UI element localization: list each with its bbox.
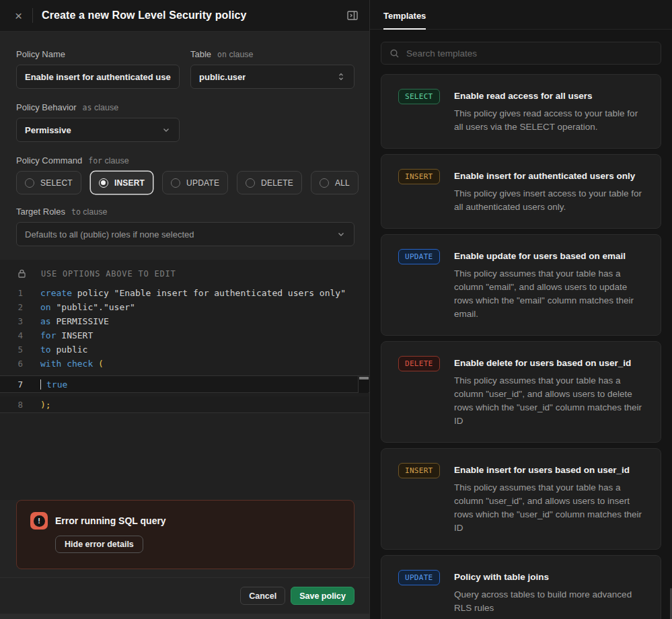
code-line: 1create policy "Enable insert for authen… — [0, 286, 369, 300]
template-card-update-email[interactable]: UPDATE Enable update for users based on … — [381, 234, 661, 336]
policy-name-input[interactable] — [16, 65, 180, 89]
panel-spacer — [0, 413, 369, 500]
header-divider — [32, 8, 33, 23]
error-alert: ! Error running SQL query Hide error det… — [16, 500, 354, 569]
template-description: Query across tables to build more advanc… — [454, 588, 647, 615]
template-card-insert-user-id[interactable]: INSERT Enable insert for users based on … — [381, 448, 661, 550]
template-title: Enable delete for users based on user_id — [454, 356, 647, 368]
template-title: Policy with table joins — [454, 570, 647, 582]
text-cursor — [40, 379, 41, 390]
target-roles-select[interactable]: Defaults to all (public) roles if none s… — [16, 222, 354, 246]
radio-insert[interactable]: INSERT — [90, 171, 153, 194]
template-card-insert-authenticated[interactable]: INSERT Enable insert for authenticated u… — [381, 154, 661, 229]
search-templates-input[interactable] — [406, 48, 652, 59]
close-icon[interactable]: × — [11, 8, 26, 24]
code-line: 2on "public"."user" — [0, 300, 369, 314]
chevron-down-icon — [161, 125, 171, 135]
radio-select[interactable]: SELECT — [16, 171, 81, 194]
code-line: 4for INSERT — [0, 328, 369, 342]
template-card-delete-user-id[interactable]: DELETE Enable delete for users based on … — [381, 341, 661, 443]
chevron-down-icon — [336, 229, 346, 239]
tab-templates[interactable]: Templates — [383, 11, 426, 29]
delete-badge: DELETE — [398, 356, 440, 371]
update-badge: UPDATE — [398, 249, 440, 264]
editable-check-expression[interactable]: 7 true — [0, 375, 369, 393]
radio-delete[interactable]: DELETE — [237, 171, 302, 194]
dialog-footer: Cancel Save policy — [0, 577, 369, 614]
template-title: Enable update for users based on email — [454, 249, 647, 261]
templates-panel: Templates SELECT Enable read access for … — [370, 0, 672, 619]
radio-circle-icon — [320, 178, 329, 188]
code-line: 8 ); — [0, 396, 369, 413]
policy-name-label: Policy Name — [16, 49, 65, 59]
templates-tabbar: Templates — [370, 0, 672, 30]
editor-scrollbar[interactable] — [358, 376, 369, 393]
collapse-panel-icon[interactable] — [346, 9, 359, 22]
template-title: Enable read access for all users — [454, 89, 647, 101]
template-search[interactable] — [381, 42, 661, 65]
template-description: This policy assumes that your table has … — [454, 267, 647, 321]
policy-form: Policy Name Table on clause public.user — [0, 32, 369, 260]
template-description: This policy gives read access to your ta… — [454, 107, 647, 134]
policy-editor-panel: × Create a new Row Level Security policy… — [0, 0, 370, 619]
behavior-clause-hint: as clause — [83, 103, 118, 112]
error-title: Error running SQL query — [55, 515, 166, 526]
window-bottom-edge — [0, 614, 369, 619]
template-description: This policy assumes that your table has … — [454, 374, 647, 428]
sql-code-lines: 1create policy "Enable insert for authen… — [0, 282, 369, 371]
select-badge: SELECT — [398, 89, 440, 104]
template-description: This policy gives insert access to your … — [454, 187, 647, 214]
target-roles-label: Target Roles — [16, 207, 65, 217]
command-radio-group: SELECT INSERT UPDATE DELETE — [16, 171, 354, 194]
template-title: Enable insert for users based on user_id — [454, 463, 647, 475]
template-description: This policy assumes that your table has … — [454, 481, 647, 535]
template-card-read-access[interactable]: SELECT Enable read access for all users … — [381, 74, 661, 149]
code-line: 5to public — [0, 342, 369, 357]
template-card-table-joins[interactable]: UPDATE Policy with table joins Query acr… — [381, 555, 661, 619]
search-icon — [389, 48, 400, 59]
error-icon: ! — [30, 512, 48, 530]
radio-circle-icon — [171, 178, 180, 188]
behavior-label: Policy Behavior — [16, 102, 77, 112]
table-clause-hint: on clause — [217, 50, 253, 59]
cancel-button[interactable]: Cancel — [240, 587, 285, 605]
behavior-select[interactable]: Permissive — [16, 118, 180, 142]
save-policy-button[interactable]: Save policy — [291, 587, 354, 605]
radio-circle-icon — [246, 178, 255, 188]
update-badge: UPDATE — [398, 570, 440, 585]
radio-all[interactable]: ALL — [311, 171, 359, 194]
rls-policy-editor-window: × Create a new Row Level Security policy… — [0, 0, 672, 619]
command-clause-hint: for clause — [88, 156, 128, 166]
radio-update[interactable]: UPDATE — [162, 171, 228, 194]
insert-badge: INSERT — [398, 169, 440, 184]
code-line: 3as PERMISSIVE — [0, 314, 369, 328]
dialog-header: × Create a new Row Level Security policy — [0, 0, 369, 32]
sql-preview-editor: USE OPTIONS ABOVE TO EDIT 1create policy… — [0, 260, 369, 413]
code-line: 6with check ( — [0, 357, 369, 371]
hide-error-details-button[interactable]: Hide error details — [55, 536, 143, 553]
chevron-up-down-icon — [336, 72, 346, 81]
editor-locked-notice: USE OPTIONS ABOVE TO EDIT — [41, 269, 176, 279]
dialog-title: Create a new Row Level Security policy — [42, 9, 346, 22]
template-title: Enable insert for authenticated users on… — [454, 169, 647, 181]
table-select[interactable]: public.user — [190, 65, 354, 89]
target-roles-clause-hint: to clause — [71, 207, 107, 217]
lock-icon — [17, 268, 27, 279]
radio-circle-icon — [99, 178, 108, 188]
templates-list: SELECT Enable read access for all users … — [370, 30, 672, 619]
insert-badge: INSERT — [398, 463, 440, 478]
command-label: Policy Command — [16, 155, 82, 166]
table-label: Table — [190, 49, 211, 59]
radio-circle-icon — [25, 178, 34, 188]
